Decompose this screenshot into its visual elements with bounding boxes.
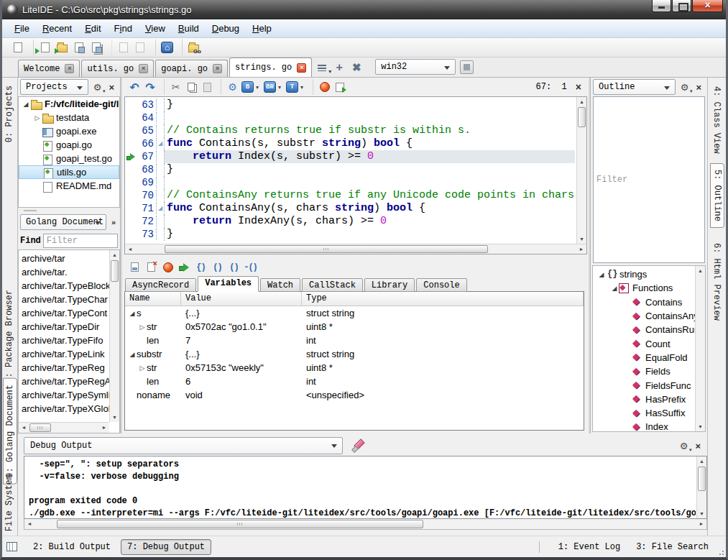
undo-button[interactable]: ↶ <box>126 79 142 95</box>
toggle-panels-icon[interactable] <box>6 542 17 551</box>
menu-item[interactable]: Debug <box>206 21 246 36</box>
editor-tab[interactable]: Welcome × <box>18 60 80 77</box>
fold-marker-icon[interactable] <box>157 111 165 124</box>
code-line[interactable]: 68 } <box>125 163 575 176</box>
close-editor-button[interactable]: ✖ <box>348 59 365 76</box>
menu-item[interactable]: Help <box>246 21 278 36</box>
project-tree-item[interactable]: goapi_test.go <box>19 152 119 165</box>
menu-item[interactable]: Build <box>172 21 206 36</box>
tree-expander-icon[interactable]: ◢ <box>610 285 619 292</box>
document-list-vscrollbar[interactable]: ▲ ▼ <box>109 250 119 422</box>
outline-item[interactable]: ◢ Functions <box>593 281 695 295</box>
code-line[interactable]: 72 return IndexAny(s, chars) >= 0 <box>125 215 575 228</box>
scroll-down-icon[interactable]: ▼ <box>696 422 705 431</box>
gear-icon[interactable]: ⚙ <box>678 441 691 451</box>
debug-tab[interactable]: AsyncRecord <box>125 278 196 292</box>
tree-expander-icon[interactable]: ▷ <box>138 323 147 331</box>
column-header-name[interactable]: Name <box>125 292 181 306</box>
redo-button[interactable]: ↷ <box>142 79 158 95</box>
scroll-down-icon[interactable]: ▼ <box>697 509 706 518</box>
scrollbar-thumb[interactable] <box>111 260 119 282</box>
document-list-item[interactable]: archive/tar.TypeDir <box>22 320 109 334</box>
chevron-down-icon[interactable]: ▾ <box>254 84 261 91</box>
sidebar-strip-tab[interactable]: 5: Outline <box>710 163 724 228</box>
debug-record-button[interactable] <box>313 79 332 95</box>
clear-output-button[interactable] <box>349 439 367 453</box>
cut-button[interactable]: ✂ <box>164 79 183 95</box>
editor-vscrollbar[interactable]: ▲ ▼ <box>576 97 586 244</box>
code-line[interactable]: 70 // ContainsAny returns true if any Un… <box>125 189 575 202</box>
fold-marker-icon[interactable] <box>157 176 165 189</box>
toolbar-icon[interactable] <box>132 40 149 55</box>
tab-list-button[interactable] <box>313 59 331 76</box>
debug-tab[interactable]: Console <box>416 278 466 292</box>
outline-item[interactable]: Count <box>593 336 695 350</box>
line-number[interactable]: 69 <box>137 177 157 188</box>
variable-row[interactable]: ◢s {...} struct string <box>125 306 584 320</box>
remove-log-button[interactable] <box>143 260 160 275</box>
paste-button[interactable] <box>199 79 215 95</box>
variable-row[interactable]: len 6 int <box>125 375 584 388</box>
project-tree-item[interactable]: ▷ testdata <box>19 111 119 124</box>
output-hscrollbar[interactable]: ◄ ► <box>24 519 707 530</box>
debug-step-button[interactable]: () <box>209 260 226 275</box>
output-pane-toggle[interactable]: 7: Debug Output <box>121 539 211 555</box>
code-line[interactable]: 73 } <box>125 228 575 241</box>
fold-marker-icon[interactable] <box>157 163 165 176</box>
tab-close-icon[interactable]: × <box>65 64 74 73</box>
scroll-right-icon[interactable]: ► <box>99 423 109 433</box>
line-number[interactable]: 72 <box>137 216 157 227</box>
toolbar-icon[interactable] <box>111 40 132 55</box>
code-line[interactable]: 65 // Contains returns true if substr is… <box>125 124 575 137</box>
sidebar-strip-tab[interactable]: 8: Package Browser <box>3 284 16 389</box>
editor-close-icon[interactable]: × <box>567 81 589 93</box>
debug-export-button[interactable] <box>332 79 348 95</box>
fold-marker-icon[interactable] <box>157 215 165 228</box>
debug-tab[interactable]: Variables <box>198 276 259 292</box>
code-line[interactable]: 63 } <box>125 98 575 111</box>
target-setup-button[interactable] <box>460 60 474 74</box>
sidebar-strip-tab[interactable]: File System <box>3 469 16 537</box>
scroll-up-icon[interactable]: ▲ <box>110 250 119 260</box>
projects-combobox[interactable]: Projects <box>20 79 88 95</box>
outline-item[interactable]: Index <box>593 420 695 431</box>
document-list-item[interactable]: archive/tar.TypeRegA <box>22 375 109 388</box>
scroll-up-icon[interactable]: ▲ <box>697 456 706 466</box>
tab-close-icon[interactable]: × <box>213 64 222 73</box>
resize-grip[interactable] <box>716 547 724 556</box>
document-filter-input[interactable] <box>43 234 118 248</box>
outline-item[interactable]: ContainsRune <box>593 323 695 336</box>
continue-button[interactable] <box>176 260 193 275</box>
scroll-right-icon[interactable]: ► <box>576 244 586 254</box>
gear-icon[interactable]: ⚙ <box>91 82 104 93</box>
menu-item[interactable]: View <box>139 21 172 36</box>
code-line[interactable]: 67 return Index(s, substr) >= 0 <box>125 150 575 163</box>
line-number[interactable]: 70 <box>137 190 157 201</box>
tree-expander-icon[interactable]: ◢ <box>22 101 30 108</box>
outline-item[interactable]: EqualFold <box>593 351 695 364</box>
maximize-button[interactable] <box>672 0 691 12</box>
variable-row[interactable]: ▷str 0x57153c "weekly" uint8 * <box>125 361 584 375</box>
tree-expander-icon[interactable]: ◢ <box>128 310 137 317</box>
variable-row[interactable]: noname void <unspecified> <box>125 388 584 402</box>
code-line[interactable]: 64 <box>125 111 575 124</box>
editor-tab[interactable]: utils. go × <box>81 60 154 77</box>
project-tree-item[interactable]: goapi.go <box>19 138 119 152</box>
editor-tab[interactable]: strings. go × <box>229 58 312 77</box>
code-line[interactable]: 66 ◢ func Contains(s, substr string) boo… <box>125 137 575 150</box>
split-editor-button[interactable]: + <box>331 59 348 76</box>
toolbar-icon[interactable] <box>53 40 70 55</box>
project-tree-item[interactable]: goapi.exe <box>19 124 119 138</box>
panel-splitter[interactable] <box>18 208 120 213</box>
toolbar-icon[interactable] <box>9 40 27 55</box>
project-tree-item[interactable]: ◢ F:/vfc/liteide-git/liteidex <box>19 97 119 111</box>
outline-item[interactable]: Fields <box>593 364 695 378</box>
outline-item[interactable]: ◢ strings <box>593 267 695 281</box>
scroll-left-icon[interactable]: ◄ <box>125 244 135 254</box>
debug-step-button[interactable]: () <box>226 260 242 275</box>
tree-expander-icon[interactable]: ▷ <box>33 114 42 121</box>
outline-item[interactable]: HasSuffix <box>593 406 695 420</box>
column-header-value[interactable]: Value <box>181 292 302 306</box>
scroll-right-icon[interactable]: ► <box>696 519 706 529</box>
output-pane-toggle[interactable]: 1: Event Log <box>553 540 626 554</box>
